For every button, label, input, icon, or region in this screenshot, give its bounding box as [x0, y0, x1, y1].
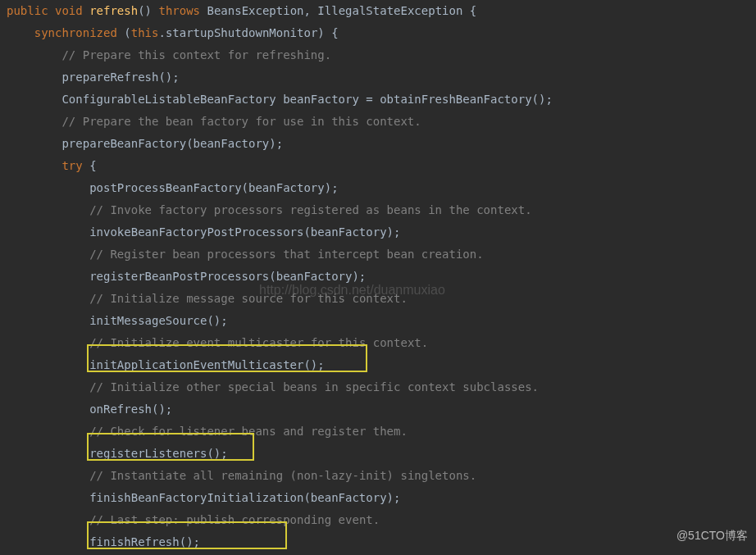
comment: // Register bean processors that interce… — [89, 248, 483, 261]
code-text: initMessageSource(); — [7, 314, 228, 327]
code-editor[interactable]: public void refresh() throws BeansExcept… — [0, 0, 756, 553]
code-text: finishBeanFactoryInitialization(beanFact… — [7, 491, 400, 504]
code-text — [7, 469, 89, 482]
code-line: // Invoke factory processors registered … — [7, 199, 756, 221]
credit-label: @51CTO博客 — [676, 525, 748, 547]
code-text: registerBeanPostProcessors(beanFactory); — [7, 270, 366, 283]
keyword: this — [131, 26, 159, 39]
code-text: prepareRefresh(); — [7, 71, 180, 84]
code-line: ConfigurableListableBeanFactory beanFact… — [7, 89, 756, 111]
code-text: ( — [124, 26, 130, 39]
code-line: // Register bean processors that interce… — [7, 243, 756, 266]
code-text: finishRefresh(); — [7, 535, 200, 548]
code-text — [7, 159, 61, 172]
code-line: // Prepare the bean factory for use in t… — [7, 111, 756, 133]
code-line: synchronized (this.startupShutdownMonito… — [7, 22, 756, 44]
code-text — [7, 336, 89, 349]
code-line: finishBeanFactoryInitialization(beanFact… — [7, 487, 756, 509]
code-line: // Initialize other special beans in spe… — [7, 376, 756, 398]
code-line: prepareRefresh(); — [7, 66, 756, 89]
code-line: prepareBeanFactory(beanFactory); — [7, 133, 756, 155]
keyword: throws — [158, 4, 207, 17]
comment: // Last step: publish corresponding even… — [89, 513, 380, 526]
code-text — [7, 26, 34, 39]
comment: // Initialize event multicaster for this… — [89, 336, 428, 349]
code-line: // Initialize message source for this co… — [7, 288, 756, 310]
code-line: // Check for listener beans and register… — [7, 421, 756, 443]
code-text — [7, 203, 89, 216]
keyword: synchronized — [34, 26, 125, 39]
code-line: public void refresh() throws BeansExcept… — [7, 0, 756, 22]
code-text — [7, 248, 89, 261]
code-text: postProcessBeanFactory(beanFactory); — [7, 181, 339, 194]
code-line: // Last step: publish corresponding even… — [7, 509, 756, 531]
code-line: try { — [7, 155, 756, 177]
code-text — [7, 48, 61, 61]
code-text: .startupShutdownMonitor) { — [158, 26, 338, 39]
code-text: BeansException, IllegalStateException { — [207, 4, 476, 17]
code-line: // Initialize event multicaster for this… — [7, 332, 756, 354]
comment: // Invoke factory processors registered … — [89, 203, 531, 216]
comment: // Prepare the bean factory for use in t… — [61, 115, 421, 128]
code-text — [7, 292, 89, 305]
code-text: invokeBeanFactoryPostProcessors(beanFact… — [7, 225, 400, 239]
code-text — [7, 425, 89, 438]
code-text: prepareBeanFactory(beanFactory); — [7, 137, 283, 150]
code-text: { — [89, 159, 96, 172]
comment: // Initialize other special beans in spe… — [89, 380, 539, 394]
code-line: registerBeanPostProcessors(beanFactory); — [7, 266, 756, 288]
comment: // Instantiate all remaining (non-lazy-i… — [89, 469, 476, 482]
method-name: refresh — [89, 4, 138, 17]
code-line: registerListeners(); — [7, 443, 756, 465]
code-text: initApplicationEventMulticaster(); — [7, 358, 325, 371]
code-line: initApplicationEventMulticaster(); — [7, 354, 756, 376]
code-text — [7, 380, 89, 394]
code-line: initMessageSource(); — [7, 310, 756, 332]
code-line: // Prepare this context for refreshing. — [7, 44, 756, 66]
code-line: // Instantiate all remaining (non-lazy-i… — [7, 465, 756, 487]
code-text: () — [138, 4, 158, 17]
keyword: try — [61, 159, 89, 172]
code-text: onRefresh(); — [7, 403, 172, 416]
comment: // Check for listener beans and register… — [89, 425, 408, 438]
keyword: public void — [7, 4, 89, 17]
code-text — [7, 513, 89, 526]
code-text: registerListeners(); — [7, 447, 228, 460]
code-text: ConfigurableListableBeanFactory beanFact… — [7, 93, 553, 106]
code-line: invokeBeanFactoryPostProcessors(beanFact… — [7, 221, 756, 243]
code-line: onRefresh(); — [7, 398, 756, 421]
code-text — [7, 115, 61, 128]
comment: // Initialize message source for this co… — [89, 292, 408, 305]
comment: // Prepare this context for refreshing. — [61, 48, 331, 61]
code-line: finishRefresh(); — [7, 531, 756, 553]
code-line: postProcessBeanFactory(beanFactory); — [7, 177, 756, 199]
